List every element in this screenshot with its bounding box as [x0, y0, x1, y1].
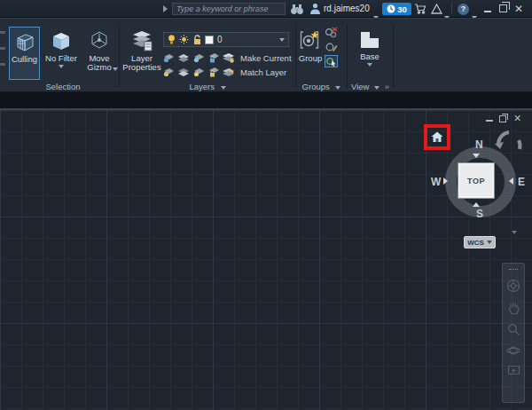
- layer-thaw-sun-icon[interactable]: [179, 35, 189, 44]
- viewcube-rotate-arrows-icon[interactable]: [493, 128, 525, 158]
- viewport-minimize-button[interactable]: [486, 120, 493, 122]
- base-view-icon: [358, 29, 381, 51]
- navigation-bar[interactable]: [502, 263, 525, 403]
- groups-panel-expand-icon[interactable]: [335, 86, 340, 90]
- home-highlight-box: [424, 124, 450, 150]
- layers-panel: LayerProperties 0: [121, 19, 294, 93]
- group-icon: [300, 29, 321, 52]
- match-layer-label[interactable]: Match Layer: [240, 67, 286, 77]
- full-navigation-wheel-icon[interactable]: [506, 279, 520, 293]
- cart-icon[interactable]: [414, 4, 426, 14]
- viewcube-west-arrow-icon[interactable]: [443, 177, 448, 185]
- current-layer-name: 0: [217, 35, 276, 44]
- navbar-grip[interactable]: [509, 269, 518, 271]
- make-current-label[interactable]: Make Current: [240, 53, 292, 63]
- layer-tools-row-2: Match Layer: [161, 66, 286, 78]
- group-edit-icon[interactable]: [325, 41, 338, 53]
- make-current-icon[interactable]: [222, 51, 235, 64]
- layer-properties-icon: [129, 29, 154, 52]
- panel-separator: [119, 24, 120, 88]
- viewcube-north[interactable]: N: [475, 138, 483, 151]
- move-gizmo-label: MoveGizmo: [87, 54, 111, 72]
- app-alert-icon[interactable]: [431, 4, 442, 14]
- layer-unlock-tool-icon[interactable]: [207, 66, 220, 78]
- ribbon: Culling No Filter MoveGizmo Selection: [0, 18, 532, 92]
- ribbon-canvas-gap: [0, 92, 532, 108]
- layer-lock-tool-icon[interactable]: [207, 51, 220, 64]
- no-filter-caret-icon[interactable]: [59, 65, 64, 68]
- window-minimize-button[interactable]: [484, 11, 491, 12]
- signed-in-username[interactable]: rd.jaimes20: [324, 4, 370, 13]
- drawing-canvas[interactable]: ✕ N S W E TOP WCS: [0, 110, 532, 410]
- layer-thaw-tool-icon[interactable]: [192, 66, 205, 78]
- layers-panel-label[interactable]: Layers: [121, 82, 294, 91]
- showmotion-tool-icon[interactable]: [507, 365, 520, 376]
- search-input[interactable]: [172, 3, 286, 15]
- culling-label: Culling: [12, 55, 37, 64]
- view-panel-label[interactable]: View »: [348, 82, 393, 91]
- groups-panel-label[interactable]: Groups: [297, 82, 346, 91]
- layer-unisolate-tool-icon[interactable]: [176, 66, 190, 78]
- layer-dropdown[interactable]: 0: [163, 32, 289, 47]
- trial-days-badge[interactable]: 30: [382, 3, 411, 15]
- viewcube-east-arrow-icon[interactable]: [509, 177, 513, 185]
- clipped-panel-icon: [0, 31, 5, 34]
- layer-properties-button[interactable]: LayerProperties: [122, 27, 161, 80]
- layer-off-tool-icon[interactable]: [161, 51, 175, 64]
- base-caret-icon[interactable]: [367, 63, 372, 67]
- titlebar-separator: [451, 4, 452, 14]
- window-close-button[interactable]: ✕: [514, 3, 523, 15]
- viewport-close-button[interactable]: ✕: [513, 113, 521, 124]
- wcs-label: WCS: [467, 239, 484, 247]
- viewcube-west[interactable]: W: [431, 176, 441, 188]
- layer-unlock-icon[interactable]: [192, 35, 201, 45]
- layer-on-bulb-icon[interactable]: [168, 35, 176, 45]
- no-filter-label: No Filter: [45, 54, 77, 63]
- layer-color-swatch[interactable]: [205, 35, 214, 44]
- group-selection-toggle-icon[interactable]: [325, 55, 338, 67]
- zoom-tool-icon[interactable]: [507, 323, 520, 336]
- viewcube-south-arrow-icon[interactable]: [473, 202, 480, 207]
- panel-separator: [295, 24, 296, 88]
- viewcube-north-arrow-icon[interactable]: [473, 154, 480, 158]
- groups-panel: Group Groups: [297, 19, 346, 93]
- search-expand-icon[interactable]: [163, 5, 168, 12]
- viewcube-top-face[interactable]: TOP: [458, 163, 494, 198]
- layer-tools-row-1: Make Current: [161, 51, 292, 64]
- layer-on-tool-icon[interactable]: [161, 66, 175, 78]
- viewcube-menu-caret-icon[interactable]: [512, 222, 517, 238]
- view-panel: Base View »: [348, 19, 393, 93]
- clipped-panel-icon: [0, 63, 5, 66]
- view-panel-expand-icon[interactable]: [374, 86, 379, 90]
- match-layer-icon[interactable]: [222, 66, 235, 78]
- culling-button[interactable]: Culling: [9, 27, 40, 80]
- viewcube-east[interactable]: E: [518, 176, 525, 188]
- no-filter-button[interactable]: No Filter: [43, 27, 80, 80]
- viewcube-home-icon[interactable]: [431, 131, 443, 143]
- search-binoculars-icon[interactable]: [290, 3, 304, 15]
- selection-panel: Culling No Filter MoveGizmo Selection: [7, 19, 119, 93]
- ungroup-icon[interactable]: [325, 27, 338, 39]
- no-filter-cube-icon: [50, 29, 73, 52]
- window-restore-button[interactable]: [499, 4, 507, 12]
- user-icon: [309, 3, 321, 15]
- group-label: Group: [299, 54, 322, 63]
- selection-panel-label[interactable]: Selection: [7, 82, 119, 91]
- layer-freeze-tool-icon[interactable]: [192, 51, 205, 64]
- base-button[interactable]: Base: [353, 27, 387, 80]
- viewport-restore-button[interactable]: [499, 115, 506, 122]
- layer-isolate-tool-icon[interactable]: [176, 51, 190, 64]
- ribbon-overflow-button[interactable]: »: [385, 82, 389, 91]
- move-gizmo-caret-icon[interactable]: [113, 67, 118, 71]
- group-tools-column: [325, 27, 338, 67]
- orbit-tool-icon[interactable]: [506, 344, 520, 357]
- layers-panel-expand-icon[interactable]: [221, 86, 226, 90]
- wcs-dropdown[interactable]: WCS: [464, 236, 496, 248]
- viewcube-south[interactable]: S: [476, 208, 483, 220]
- help-icon[interactable]: ?: [458, 4, 469, 15]
- move-gizmo-button[interactable]: MoveGizmo: [82, 27, 117, 80]
- pan-tool-icon[interactable]: [507, 301, 520, 315]
- layer-dropdown-caret-icon[interactable]: [279, 38, 285, 42]
- clock-icon: [387, 4, 395, 13]
- group-button[interactable]: Group: [297, 27, 324, 80]
